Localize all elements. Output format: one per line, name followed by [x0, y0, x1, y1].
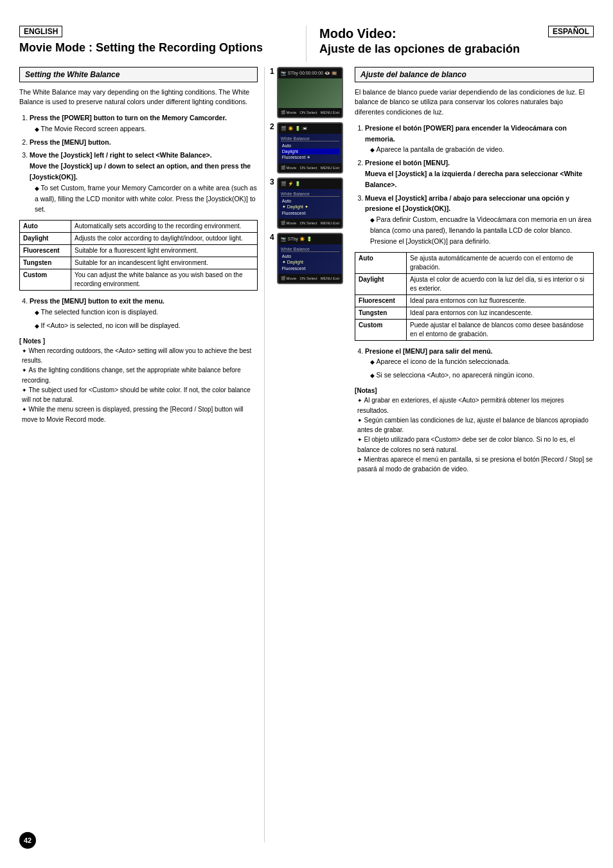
screenshot-4-row: 4 📷 STby ☀️ 🔋 White Balance Auto ✦ Dayli…: [270, 233, 343, 284]
screenshot-2: 🎬 ☀️ 🔋 📼 White Balance Auto Daylight Flu…: [277, 122, 343, 174]
left-section-title: Movie Mode : Setting the Recording Optio…: [19, 41, 293, 55]
right-step4: Presione el [MENU] para salir del menú. …: [355, 346, 594, 381]
right-section-title-2: Ajuste de las opciones de grabación: [319, 42, 594, 57]
right-subsection-box: Ajuste del balance de blanco: [355, 67, 594, 82]
screenshot-3-row: 3 🎬 ⚡ 🔋 White Balance Auto ✦ Daylight ✦ …: [270, 177, 343, 229]
left-notes: [ Notes ] When recording outdoors, the <…: [19, 336, 258, 424]
table-row: CustomPuede ajustar el balance de blanco…: [355, 319, 594, 340]
step-4-label: 4: [270, 233, 274, 242]
screenshot-1: 📷 STby 00:00:00:00 👁️ 🎞️ 🎬 Movie ON Sele…: [277, 67, 343, 118]
left-steps: Press the [POWER] button to turn on the …: [19, 113, 258, 215]
table-row: FluorescentIdeal para entornos con luz f…: [355, 294, 594, 307]
screenshot-3: 🎬 ⚡ 🔋 White Balance Auto ✦ Daylight ✦ Fl…: [277, 177, 343, 229]
right-notes-title: [Notas]: [355, 386, 594, 395]
left-wb-table: AutoAutomatically sets according to the …: [19, 220, 258, 291]
table-row: CustomYou can adjust the white balance a…: [20, 269, 258, 291]
step-3-label: 3: [270, 177, 274, 186]
right-section-title-1: Modo Video:: [319, 26, 396, 41]
right-steps: Presione el botón [POWER] para encender …: [355, 123, 594, 247]
right-wb-table: AutoSe ajusta automáticamente de acuerdo…: [355, 252, 594, 341]
left-subsection-box: Setting the White Balance: [19, 67, 258, 82]
right-notes: [Notas] Al grabar en exteriores, el ajus…: [355, 386, 594, 474]
left-subsection-title: Setting the White Balance: [25, 70, 120, 79]
screenshot-4: 📷 STby ☀️ 🔋 White Balance Auto ✦ Dayligh…: [277, 233, 343, 284]
screenshot-1-row: 1 📷 STby 00:00:00:00 👁️ 🎞️ 🎬 Movie ON Se…: [270, 67, 343, 118]
page-number: 42: [19, 832, 36, 849]
step-2-label: 2: [270, 122, 274, 131]
espanol-lang-tag: ESPAÑOL: [548, 26, 594, 37]
right-intro-text: El balance de blanco puede variar depend…: [355, 87, 594, 118]
table-row: AutoSe ajusta automáticamente de acuerdo…: [355, 252, 594, 273]
table-row: DaylightAjusta el color de acuerdo con l…: [355, 273, 594, 294]
table-row: TungstenSuitable for an incandescent lig…: [20, 257, 258, 269]
english-lang-tag: ENGLISH: [19, 26, 62, 37]
left-notes-title: [ Notes ]: [19, 336, 258, 346]
right-subsection-title: Ajuste del balance de blanco: [360, 70, 466, 79]
table-row: AutoAutomatically sets according to the …: [20, 221, 258, 233]
left-step4: Press the [MENU] button to exit the menu…: [19, 296, 258, 330]
table-row: DaylightAdjusts the color according to d…: [20, 233, 258, 245]
left-intro-text: The White Balance may vary depending on …: [19, 87, 258, 108]
screenshot-2-row: 2 🎬 ☀️ 🔋 📼 White Balance Auto Daylight F…: [270, 122, 343, 174]
table-row: TungstenIdeal para entornos con luz inca…: [355, 307, 594, 319]
table-row: FluorescentSuitable for a fluorescent li…: [20, 245, 258, 257]
step-1-label: 1: [270, 67, 274, 76]
